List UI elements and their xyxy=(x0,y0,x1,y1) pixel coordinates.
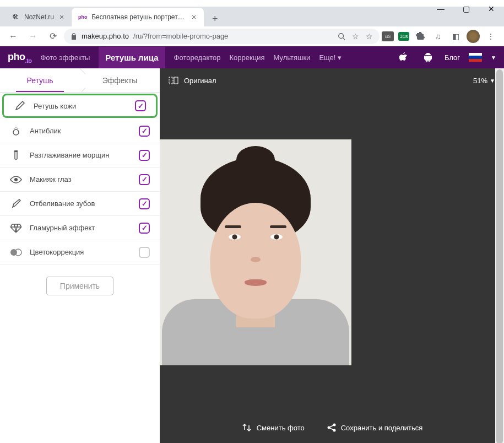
chevron-down-icon: ▼ xyxy=(490,78,495,84)
scrollbar[interactable] xyxy=(495,68,504,443)
photo-icon: pho xyxy=(78,13,87,21)
checkbox-icon[interactable]: ✓ xyxy=(139,150,150,161)
retouch-item-teeth[interactable]: Отбеливание зубов ✓ xyxy=(0,192,160,216)
nav-correction[interactable]: Коррекция xyxy=(230,53,265,62)
nav-cartoons[interactable]: Мультяшки xyxy=(273,53,310,62)
language-flag[interactable] xyxy=(469,53,482,62)
retouch-item-shine[interactable]: Антиблик ✓ xyxy=(0,119,160,143)
checkbox-icon[interactable]: ✓ xyxy=(139,223,150,234)
svg-rect-9 xyxy=(174,77,178,84)
zoom-control[interactable]: 51% ▼ xyxy=(473,77,495,85)
checkbox-icon[interactable]: ✓ xyxy=(139,174,150,185)
apply-button[interactable]: Применить xyxy=(46,277,113,295)
nav-blog[interactable]: Блог xyxy=(445,53,460,62)
svg-point-2 xyxy=(13,129,19,135)
tab-close-icon[interactable]: × xyxy=(58,13,65,21)
ext-icon[interactable]: as xyxy=(382,31,394,41)
canvas-area: Оригинал 51% ▼ Сменить фото xyxy=(160,68,504,443)
site-logo[interactable]: pho.to xyxy=(8,51,31,64)
sidebar-tab-retouch[interactable]: Ретушь xyxy=(0,68,80,92)
search-icon[interactable] xyxy=(338,33,345,40)
zoom-value: 51% xyxy=(473,77,487,85)
retouch-item-color[interactable]: Цветокоррекция ✓ xyxy=(0,240,160,264)
checkbox-icon[interactable]: ✓ xyxy=(139,198,150,209)
nav-photo-editor[interactable]: Фоторедактор xyxy=(174,53,221,62)
photo-preview xyxy=(160,139,351,365)
compare-icon[interactable] xyxy=(169,75,178,85)
checkbox-icon[interactable]: ✓ xyxy=(135,100,146,111)
eye-icon xyxy=(10,174,22,186)
checkbox-icon[interactable]: ✓ xyxy=(139,247,150,258)
ext-badge[interactable]: 31s xyxy=(398,32,409,41)
brush-icon xyxy=(14,100,26,112)
window-controls: ― ▢ ✕ xyxy=(428,0,504,18)
svg-point-11 xyxy=(327,426,330,429)
retouch-item-glamour[interactable]: Гламурный эффект ✓ xyxy=(0,216,160,240)
checkbox-icon[interactable]: ✓ xyxy=(139,126,150,137)
swap-icon xyxy=(241,423,252,433)
reload-button[interactable]: ⟳ xyxy=(44,28,62,45)
minimize-button[interactable]: ― xyxy=(428,0,453,18)
retouch-label: Цветокоррекция xyxy=(30,248,131,256)
retouch-list: Ретушь кожи ✓ Антиблик ✓ Разглаживание м… xyxy=(0,93,160,264)
retouch-label: Макияж глаз xyxy=(30,175,131,183)
extensions: as 31s ♫ ◧ ⋮ xyxy=(382,30,500,43)
retouch-label: Антиблик xyxy=(30,127,131,135)
address-bar[interactable]: makeup.pho.to/ru/?from=mobile-promo-page… xyxy=(64,29,380,44)
tooth-icon xyxy=(10,198,22,210)
sidebar: Ретушь Эффекты Ретушь кожи ✓ Антиблик ✓ … xyxy=(0,68,160,443)
profile-avatar[interactable] xyxy=(467,30,480,43)
retouch-label: Гламурный эффект xyxy=(30,224,131,232)
forward-button[interactable]: → xyxy=(24,28,42,45)
browser-tab[interactable]: pho Бесплатная ретушь портретных × xyxy=(72,8,204,26)
music-icon[interactable]: ♫ xyxy=(431,30,445,43)
menu-icon[interactable]: ⋮ xyxy=(484,30,497,43)
diamond-icon xyxy=(10,222,22,234)
svg-rect-4 xyxy=(14,150,18,152)
shine-icon xyxy=(10,125,22,137)
retouch-item-eyes[interactable]: Макияж глаз ✓ xyxy=(0,168,160,192)
tube-icon xyxy=(10,149,22,161)
svg-point-0 xyxy=(339,33,344,38)
tab-title: Бесплатная ретушь портретных xyxy=(91,13,186,21)
extensions-icon[interactable] xyxy=(414,30,427,43)
android-icon[interactable] xyxy=(420,52,436,62)
change-photo-button[interactable]: Сменить фото xyxy=(241,423,305,433)
lock-icon xyxy=(71,33,77,40)
retouch-label: Ретушь кожи xyxy=(34,102,127,110)
url-host: makeup.pho.to xyxy=(82,32,129,40)
svg-rect-3 xyxy=(15,152,17,159)
save-share-button[interactable]: Сохранить и поделиться xyxy=(327,423,423,433)
share-icon[interactable]: ☆ xyxy=(352,32,359,41)
retouch-item-wrinkles[interactable]: Разглаживание морщин ✓ xyxy=(0,143,160,168)
circles-icon xyxy=(10,246,22,258)
url-path: /ru/?from=mobile-promo-page xyxy=(133,32,228,40)
svg-rect-8 xyxy=(169,77,173,84)
close-button[interactable]: ✕ xyxy=(479,0,504,18)
new-tab-button[interactable]: + xyxy=(207,11,223,26)
sidebar-tab-effects[interactable]: Эффекты xyxy=(80,68,160,92)
share-icon xyxy=(327,423,337,433)
tab-title: NozNet.ru xyxy=(24,13,54,21)
nav-photo-effects[interactable]: Фото эффекты xyxy=(40,53,90,62)
maximize-button[interactable]: ▢ xyxy=(453,0,479,18)
retouch-label: Разглаживание морщин xyxy=(30,151,131,159)
ext-square-icon[interactable]: ◧ xyxy=(449,30,462,43)
site-nav: pho.to Фото эффекты Ретушь лица Фотореда… xyxy=(0,46,504,68)
canvas-viewport[interactable] xyxy=(160,93,504,412)
back-button[interactable]: ← xyxy=(4,28,22,45)
nav-face-retouch[interactable]: Ретушь лица xyxy=(99,47,165,68)
apple-icon[interactable] xyxy=(396,52,411,62)
original-label: Оригинал xyxy=(184,77,216,85)
svg-point-12 xyxy=(333,429,335,432)
svg-point-5 xyxy=(14,178,18,181)
star-icon[interactable]: ☆ xyxy=(366,32,373,41)
chevron-down-icon[interactable]: ▼ xyxy=(491,55,496,61)
tab-close-icon[interactable]: × xyxy=(191,13,197,21)
retouch-item-skin[interactable]: Ретушь кожи ✓ xyxy=(2,94,158,118)
browser-tab[interactable]: 🛠 NozNet.ru × xyxy=(4,8,72,26)
address-row: ← → ⟳ makeup.pho.to/ru/?from=mobile-prom… xyxy=(0,26,504,46)
svg-point-10 xyxy=(333,424,335,426)
svg-line-1 xyxy=(343,37,345,40)
nav-more[interactable]: Еще! ▾ xyxy=(319,53,342,62)
